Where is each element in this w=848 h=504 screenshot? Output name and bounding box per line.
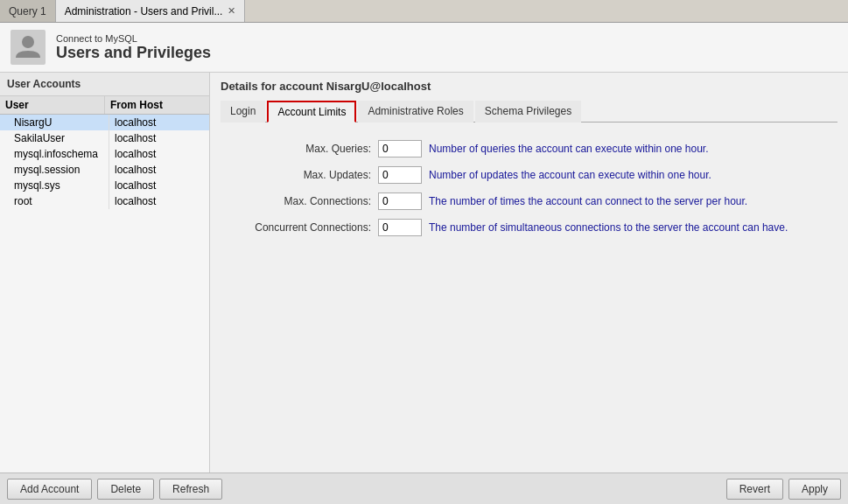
host-cell: localhost — [109, 130, 209, 146]
page-header: Connect to MySQL Users and Privileges — [0, 23, 848, 73]
user-cell: root — [0, 193, 109, 209]
host-cell: localhost — [109, 146, 209, 162]
desc-concurrent_connections: The number of simultaneous connections t… — [429, 221, 788, 234]
table-row[interactable]: NisargU localhost — [0, 115, 209, 130]
label-max_updates: Max. Updates: — [221, 169, 378, 181]
details-header: Details for account NisargU@localhost — [221, 80, 837, 93]
label-max_connections: Max. Connections: — [221, 195, 378, 207]
avatar — [11, 30, 46, 65]
user-accounts-title: User Accounts — [0, 73, 209, 96]
desc-max_queries: Number of queries the account can execut… — [429, 143, 709, 155]
bottom-bar-left: Add Account Delete Refresh — [7, 479, 222, 500]
desc-max_updates: Number of updates the account can execut… — [429, 169, 711, 181]
connect-label: Connect to MySQL — [56, 33, 211, 44]
form-row-max_queries: Max. Queries: Number of queries the acco… — [221, 140, 837, 158]
header-text: Connect to MySQL Users and Privileges — [56, 33, 211, 62]
bottom-bar-right: Revert Apply — [726, 479, 841, 500]
label-concurrent_connections: Concurrent Connections: — [221, 221, 378, 234]
tab-admin-label: Administration - Users and Privil... — [65, 5, 223, 18]
form-row-max_updates: Max. Updates: Number of updates the acco… — [221, 166, 837, 184]
tab-admin-roles[interactable]: Administrative Roles — [358, 101, 473, 122]
tab-query1-label: Query 1 — [9, 5, 46, 18]
apply-button[interactable]: Apply — [788, 479, 841, 500]
user-table-header: User From Host — [0, 96, 209, 115]
right-panel: Details for account NisargU@localhost Lo… — [210, 73, 848, 472]
user-cell: NisargU — [0, 115, 109, 130]
form-row-max_connections: Max. Connections: The number of times th… — [221, 192, 837, 210]
tab-account-limits[interactable]: Account Limits — [267, 101, 356, 122]
table-row[interactable]: SakilaUser localhost — [0, 130, 209, 146]
col-user-header: User — [0, 96, 105, 114]
delete-button[interactable]: Delete — [97, 479, 154, 500]
user-cell: mysql.infoschema — [0, 146, 109, 162]
host-cell: localhost — [109, 193, 209, 209]
detail-tabs-row: Login Account Limits Administrative Role… — [221, 100, 837, 122]
revert-button[interactable]: Revert — [726, 479, 783, 500]
refresh-button[interactable]: Refresh — [159, 479, 222, 500]
table-row[interactable]: mysql.session localhost — [0, 162, 209, 178]
user-cell: SakilaUser — [0, 130, 109, 146]
user-table: User From Host NisargU localhost SakilaU… — [0, 96, 209, 472]
tab-schema-privileges[interactable]: Schema Privileges — [475, 101, 581, 122]
table-row[interactable]: root localhost — [0, 193, 209, 209]
account-limits-form: Max. Queries: Number of queries the acco… — [221, 133, 837, 243]
svg-point-0 — [22, 36, 34, 48]
form-row-concurrent_connections: Concurrent Connections: The number of si… — [221, 219, 837, 236]
input-max_updates[interactable] — [378, 166, 422, 184]
input-max_connections[interactable] — [378, 192, 422, 210]
desc-max_connections: The number of times the account can conn… — [429, 195, 747, 207]
tab-admin[interactable]: Administration - Users and Privil... ✕ — [56, 0, 246, 22]
tab-bar: Query 1 Administration - Users and Privi… — [0, 0, 848, 23]
add-account-button[interactable]: Add Account — [7, 479, 92, 500]
table-row[interactable]: mysql.sys localhost — [0, 178, 209, 193]
user-rows-container: NisargU localhost SakilaUser localhost m… — [0, 115, 209, 209]
user-cell: mysql.session — [0, 162, 109, 178]
tab-query1[interactable]: Query 1 — [0, 0, 56, 22]
host-cell: localhost — [109, 162, 209, 178]
col-host-header: From Host — [105, 96, 209, 114]
left-panel: User Accounts User From Host NisargU loc… — [0, 73, 210, 472]
bottom-bar: Add Account Delete Refresh Revert Apply — [0, 472, 848, 504]
host-cell: localhost — [109, 115, 209, 130]
host-cell: localhost — [109, 178, 209, 193]
input-max_queries[interactable] — [378, 140, 422, 158]
user-cell: mysql.sys — [0, 178, 109, 193]
input-concurrent_connections[interactable] — [378, 219, 422, 236]
table-row[interactable]: mysql.infoschema localhost — [0, 146, 209, 162]
label-max_queries: Max. Queries: — [221, 143, 378, 155]
page-title: Users and Privileges — [56, 44, 211, 62]
close-icon[interactable]: ✕ — [228, 5, 235, 17]
tab-login[interactable]: Login — [221, 101, 265, 122]
